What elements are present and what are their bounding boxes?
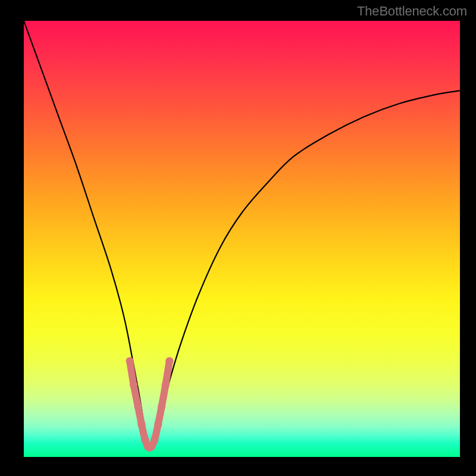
bottleneck-curve (24, 21, 460, 447)
svg-point-2 (134, 403, 142, 411)
svg-point-11 (165, 357, 173, 365)
svg-point-4 (141, 436, 149, 443)
svg-point-10 (162, 381, 170, 389)
highlight-band (126, 357, 174, 451)
svg-point-0 (126, 357, 134, 365)
chart-frame: TheBottleneck.com (0, 0, 476, 476)
curve-layer (24, 21, 460, 457)
svg-point-6 (147, 443, 155, 451)
svg-point-9 (158, 403, 165, 411)
svg-point-7 (151, 436, 158, 443)
watermark-text: TheBottleneck.com (357, 4, 467, 19)
svg-point-1 (130, 381, 137, 389)
plot-area (24, 21, 460, 457)
svg-point-8 (154, 420, 162, 428)
svg-point-3 (137, 420, 145, 428)
